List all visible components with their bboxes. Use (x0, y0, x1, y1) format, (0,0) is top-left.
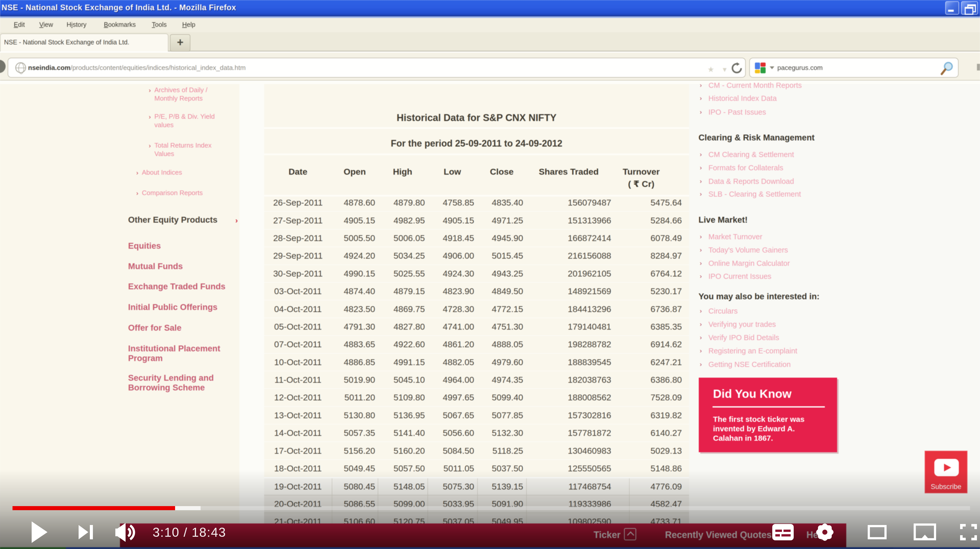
table-row[interactable]: 10-Oct-2011 4886.85 4991.15 4882.05 4979… (264, 354, 689, 371)
cell-shares: 188008562 (526, 389, 629, 406)
right-sidebar-link[interactable]: ›IPO Current Issues (708, 272, 772, 281)
right-sidebar-link[interactable]: ›IPO - Past Issues (708, 108, 766, 117)
cell-turnover: 6140.27 (629, 425, 689, 442)
cell-low: 4918.45 (428, 230, 477, 247)
sidebar-link[interactable]: › Archives of Daily / Monthly Reports (154, 86, 207, 103)
sidebar-section-link[interactable]: Offer for Sale (128, 323, 181, 333)
right-sidebar-link[interactable]: ›Market Turnover (708, 233, 762, 241)
cell-low: 4964.00 (428, 371, 477, 388)
link-arrow-icon: › (149, 113, 151, 121)
link-arrow-icon: › (700, 334, 702, 341)
sidebar-link[interactable]: › P/E, P/B & Div. Yield values (154, 112, 215, 129)
cell-high: 5160.20 (378, 442, 428, 459)
cell-date: 26-Sep-2011 (264, 194, 332, 211)
table-row[interactable]: 28-Sep-2011 5005.50 5006.05 4918.45 4945… (264, 230, 689, 247)
cell-shares: 216156088 (526, 247, 629, 264)
cell-close: 4772.15 (477, 300, 526, 318)
table-row[interactable]: 13-Oct-2011 5130.80 5136.95 5067.65 5077… (264, 407, 689, 425)
cell-open: 4883.65 (332, 336, 378, 353)
cell-turnover: 6319.82 (629, 407, 689, 424)
cell-low: 5067.65 (428, 407, 477, 424)
sidebar-section-label: Security Lending and (128, 373, 214, 383)
col-header-high: High (378, 166, 428, 178)
sidebar-link-label: Archives of Daily / (154, 86, 207, 94)
right-sidebar-link[interactable]: ›Today's Volume Gainers (708, 246, 788, 254)
table-row[interactable]: 03-Oct-2011 4874.40 4879.15 4823.90 4849… (264, 282, 689, 300)
cell-open: 4791.30 (332, 318, 378, 335)
sidebar-link-label2: Monthly Reports (154, 94, 207, 103)
cell-shares: 156079487 (526, 194, 629, 211)
table-row[interactable]: 07-Oct-2011 4883.65 4922.60 4861.20 4888… (264, 336, 689, 353)
section-arrow-icon: › (235, 215, 238, 225)
cell-low: 4758.85 (428, 194, 477, 211)
table-row[interactable]: 04-Oct-2011 4823.50 4869.75 4728.30 4772… (264, 300, 689, 318)
cell-close: 4974.35 (477, 371, 526, 388)
table-row[interactable]: 12-Oct-2011 5011.20 5109.80 4997.65 5099… (264, 389, 689, 407)
right-sidebar-heading: Clearing & Risk Management (698, 133, 815, 142)
sidebar-section-label: Institutional Placement (128, 344, 220, 353)
right-sidebar-link[interactable]: ›Verify IPO Bid Details (708, 334, 779, 342)
right-sidebar-link[interactable]: ›Circulars (708, 307, 738, 315)
right-sidebar-link[interactable]: ›Historical Index Data (708, 94, 777, 103)
link-arrow-icon: › (700, 308, 702, 314)
sidebar-link-label2: values (154, 121, 215, 129)
sidebar-section-label2: Program (128, 353, 220, 363)
sidebar-section-link[interactable]: Mutual Funds (128, 262, 183, 271)
cell-high: 5025.55 (378, 265, 428, 282)
link-arrow-icon: › (149, 142, 151, 150)
sidebar-section-link[interactable]: Other Equity Products › (128, 215, 218, 225)
col-header-open: Open (332, 166, 378, 178)
cell-date: 04-Oct-2011 (264, 300, 332, 318)
did-you-know-box: Did You Know The first stock ticker was … (699, 378, 837, 452)
table-separator (264, 127, 689, 129)
cell-open: 5005.50 (332, 230, 378, 247)
sidebar-section-link[interactable]: Security Lending and Borrowing Scheme (128, 373, 214, 393)
table-row[interactable]: 17-Oct-2011 5156.20 5160.20 5084.50 5118… (264, 442, 689, 460)
cell-high: 4991.15 (378, 354, 428, 371)
table-row[interactable]: 11-Oct-2011 5019.90 5045.10 4964.00 4974… (264, 371, 689, 389)
cell-high: 5045.10 (378, 371, 428, 388)
video-frame[interactable]: NSE - National Stock Exchange of India L… (0, 0, 980, 549)
cell-turnover: 6247.21 (629, 354, 689, 371)
sidebar-link-label: Comparison Reports (142, 189, 203, 197)
sidebar-section-label: Offer for Sale (128, 323, 181, 333)
table-row[interactable]: 14-Oct-2011 5057.35 5141.40 5056.60 5132… (264, 425, 689, 442)
right-sidebar-link[interactable]: ›Registering an E-complaint (708, 347, 797, 355)
table-row[interactable]: 27-Sep-2011 4905.15 4982.95 4905.15 4971… (264, 212, 689, 229)
right-sidebar-link[interactable]: ›Formats for Collaterals (708, 164, 783, 172)
table-row[interactable]: 29-Sep-2011 4924.20 5034.25 4906.00 5015… (264, 247, 689, 265)
table-row[interactable]: 26-Sep-2011 4878.60 4879.80 4758.85 4835… (264, 194, 689, 212)
cell-high: 5109.80 (378, 389, 428, 406)
cell-shares: 157302816 (526, 407, 629, 424)
right-sidebar-link[interactable]: ›Data & Reports Download (708, 177, 794, 186)
table-header-row: Date Open High Low Close Shares Traded T… (264, 161, 689, 194)
cell-shares: 182038763 (526, 371, 629, 388)
sidebar-section-link[interactable]: Initial Public Offerings (128, 302, 218, 312)
right-sidebar-link[interactable]: ›CM - Current Month Reports (708, 81, 802, 89)
link-arrow-icon: › (149, 86, 151, 94)
right-sidebar-link[interactable]: ›Verifying your trades (708, 320, 776, 329)
cell-date: 13-Oct-2011 (264, 407, 332, 424)
cell-close: 4751.30 (477, 318, 526, 335)
cell-low: 4906.00 (428, 247, 477, 264)
table-row[interactable]: 05-Oct-2011 4791.30 4827.80 4741.00 4751… (264, 318, 689, 336)
sidebar-section-link[interactable]: Institutional Placement Program (128, 344, 220, 363)
cell-open: 4878.60 (332, 194, 378, 211)
right-sidebar-link[interactable]: ›Getting NSE Certification (708, 360, 791, 369)
sidebar-section-link[interactable]: Equities (128, 241, 161, 251)
table-subtitle: For the period 25-09-2011 to 24-09-2012 (264, 138, 689, 149)
right-sidebar-link[interactable]: ›SLB - Clearing & Settlement (708, 190, 801, 198)
link-arrow-icon: › (700, 260, 702, 267)
cell-shares: 148921569 (526, 282, 629, 300)
sidebar-link[interactable]: › Total Returns Index Values (154, 141, 212, 158)
sidebar-link[interactable]: › Comparison Reports (142, 189, 203, 197)
did-you-know-text: The first stock ticker was invented by E… (713, 415, 825, 443)
sidebar-link-label: P/E, P/B & Div. Yield (154, 112, 215, 121)
table-row[interactable]: 30-Sep-2011 4990.15 5025.55 4924.30 4943… (264, 265, 689, 282)
sidebar-link[interactable]: › About Indices (142, 168, 182, 177)
cell-close: 5099.40 (477, 389, 526, 406)
sidebar-section-link[interactable]: Exchange Traded Funds (128, 282, 225, 291)
right-sidebar-link[interactable]: ›CM Clearing & Settlement (708, 150, 794, 159)
cell-close: 4888.05 (477, 336, 526, 353)
right-sidebar-link[interactable]: ›Online Margin Calculator (708, 259, 790, 268)
